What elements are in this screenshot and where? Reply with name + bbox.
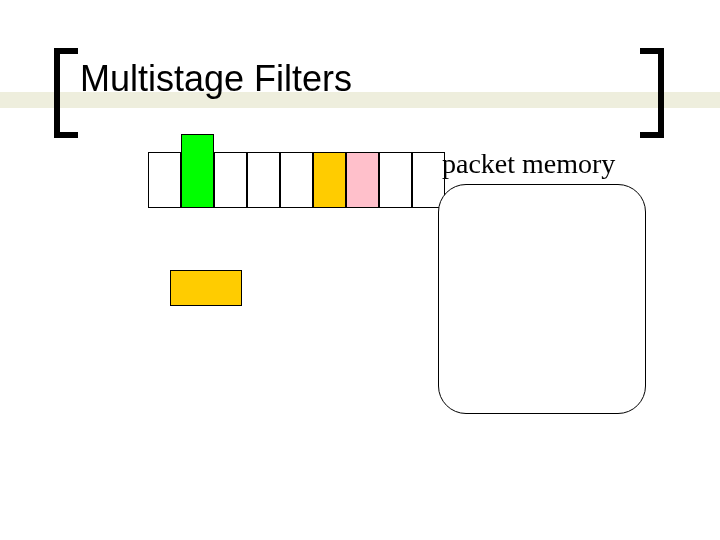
filter-cell-2	[214, 152, 247, 208]
filter-cell-4	[280, 152, 313, 208]
filter-cell-5	[313, 152, 346, 208]
title-bracket-left	[54, 48, 78, 138]
slide-title: Multistage Filters	[80, 58, 352, 100]
packet-memory-box	[438, 184, 646, 414]
memory-label: packet memory	[442, 148, 615, 180]
title-bracket-right	[640, 48, 664, 138]
filter-stage-array	[148, 152, 445, 208]
filter-cell-3	[247, 152, 280, 208]
incoming-packet	[170, 270, 242, 306]
filter-cell-0	[148, 152, 181, 208]
filter-cell-1	[181, 134, 214, 208]
filter-cell-7	[379, 152, 412, 208]
filter-cell-6	[346, 152, 379, 208]
